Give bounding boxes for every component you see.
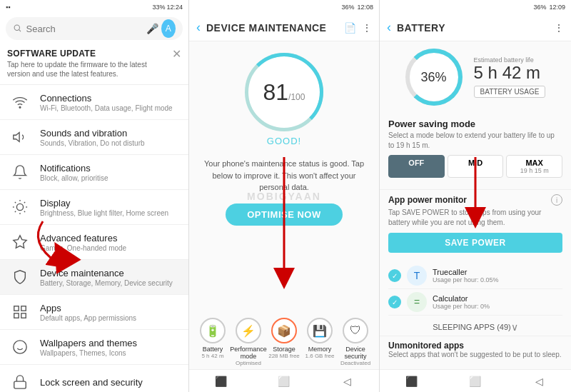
maint-storage[interactable]: 📦 Storage 228 MB free — [268, 318, 300, 366]
document-icon[interactable]: 📄 — [344, 22, 356, 34]
truecaller-info: Truecaller Usage per hour: 0.05% — [433, 268, 562, 283]
close-button[interactable]: ✕ — [172, 47, 181, 61]
status-bar-right-1: 33% 12:24 — [152, 4, 183, 11]
search-input[interactable] — [26, 24, 146, 34]
unmonitored-title: Unmonitored apps — [388, 341, 562, 351]
nav-home-3[interactable]: ⬜ — [467, 373, 484, 390]
advanced-title: Advanced features — [40, 233, 180, 243]
settings-item-apps[interactable]: Apps Default apps, App permissions — [0, 295, 188, 330]
truecaller-icon: T — [407, 266, 427, 286]
sounds-subtitle: Sounds, Vibration, Do not disturb — [40, 139, 180, 147]
settings-panel: ▪▪ 33% 12:24 🎤 A SOFTWARE UPDATE Tap her… — [0, 0, 189, 392]
svg-line-12 — [24, 202, 25, 203]
connections-text: Connections Wi-Fi, Bluetooth, Data usage… — [40, 93, 180, 112]
advanced-icon — [9, 231, 31, 253]
back-button[interactable]: ‹ — [196, 20, 201, 35]
mic-icon[interactable]: 🎤 — [146, 21, 158, 36]
calculator-usage: Usage per hour: 0% — [433, 303, 562, 310]
battery-percentage: 36% — [421, 70, 447, 85]
notifications-icon — [9, 161, 31, 184]
apps-subtitle: Default apps, App permissions — [40, 314, 180, 322]
battery-label: Battery — [203, 346, 223, 353]
time-2: 12:08 — [357, 4, 373, 11]
maint-performance[interactable]: ⚡ Performance mode Optimised — [233, 318, 264, 366]
nav-recent-2[interactable]: ◁ — [339, 373, 356, 390]
settings-item-display[interactable]: Display Brightness, Blue light filter, H… — [0, 190, 188, 225]
settings-item-sounds[interactable]: Sounds and vibration Sounds, Vibration, … — [0, 120, 188, 155]
nav-home-2[interactable]: ⬜ — [276, 373, 293, 390]
software-update-banner[interactable]: SOFTWARE UPDATE Tap here to update the f… — [0, 43, 188, 85]
score-area: 81 /100 GOOD! — [189, 41, 379, 152]
power-mode-off[interactable]: OFF — [388, 155, 445, 178]
battery-panel: 36% 12:09 ‹ BATTERY ⋮ 36% Estimated batt… — [380, 0, 571, 392]
settings-item-maintenance[interactable]: Device maintenance Battery, Storage, Mem… — [0, 260, 188, 295]
battery-panel-icons: ⋮ — [554, 22, 564, 34]
lockscreen-icon — [9, 371, 31, 392]
performance-sub: Optimised — [236, 360, 261, 366]
avatar[interactable]: A — [161, 19, 176, 38]
svg-line-11 — [15, 211, 16, 212]
app-power-desc: Tap SAVE POWER to stop apps from using y… — [388, 208, 562, 228]
advanced-subtitle: Games, One-handed mode — [40, 244, 180, 252]
signal-3: 36% — [533, 4, 546, 11]
power-saving-section: Power saving mode Select a mode below to… — [380, 113, 571, 189]
nav-back-3[interactable]: ⬛ — [403, 373, 420, 390]
settings-item-lockscreen[interactable]: Lock screen and security — [0, 365, 188, 392]
advanced-text: Advanced features Games, One-handed mode — [40, 233, 180, 252]
save-power-button[interactable]: SAVE POWER — [388, 233, 562, 253]
calculator-name: Calculator — [433, 294, 562, 303]
connections-icon — [9, 91, 31, 114]
software-update-title: SOFTWARE UPDATE — [7, 49, 168, 59]
maint-memory[interactable]: 💾 Memory 1.6 GB free — [304, 318, 335, 366]
wallpapers-subtitle: Wallpapers, Themes, Icons — [40, 349, 180, 357]
settings-item-advanced[interactable]: Advanced features Games, One-handed mode — [0, 225, 188, 260]
status-bar-3: 36% 12:09 — [380, 0, 571, 14]
memory-label: Memory — [308, 346, 332, 353]
display-title: Display — [40, 198, 180, 208]
lockscreen-title: Lock screen and security — [40, 377, 180, 388]
display-icon — [9, 196, 31, 218]
search-bar[interactable]: 🎤 A — [6, 17, 183, 40]
battery-usage-button[interactable]: BATTERY USAGE — [474, 86, 546, 98]
battery-sub: 5 h 42 m — [201, 353, 223, 359]
status-icons-1: ▪▪ — [6, 4, 10, 11]
software-update-desc: Tap here to update the firmware to the l… — [7, 60, 168, 79]
nav-back-2[interactable]: ⬛ — [212, 373, 229, 390]
settings-item-connections[interactable]: Connections Wi-Fi, Bluetooth, Data usage… — [0, 85, 188, 120]
security-sub: Deactivated — [340, 360, 370, 366]
settings-item-wallpapers[interactable]: Wallpapers and themes Wallpapers, Themes… — [0, 330, 188, 365]
more-icon[interactable]: ⋮ — [362, 22, 372, 34]
calculator-check: ✓ — [388, 296, 401, 308]
unmonitored-desc: Select apps that won't be suggested to b… — [388, 351, 562, 358]
sleeping-apps-row[interactable]: SLEEPING APPS (49) ∨ — [380, 318, 571, 336]
svg-point-4 — [16, 203, 23, 210]
settings-item-notifications[interactable]: Notifications Block, allow, prioritise — [0, 155, 188, 190]
nav-recent-3[interactable]: ◁ — [530, 373, 547, 390]
security-label: Device security — [340, 346, 371, 360]
performance-label: Performance mode — [230, 346, 267, 360]
svg-line-7 — [15, 202, 16, 203]
maintenance-title-bar: ‹ DEVICE MAINTENANCE 📄 ⋮ — [189, 14, 379, 41]
battery-back-button[interactable]: ‹ — [387, 20, 391, 35]
power-mode-mid[interactable]: MID — [448, 155, 504, 178]
power-mode-off-label: OFF — [392, 159, 441, 167]
battery-time-info: Estimated battery life 5 h 42 m BATTERY … — [474, 56, 546, 97]
score-number: 81 — [263, 81, 289, 104]
svg-line-1 — [19, 30, 21, 31]
power-mode-max[interactable]: MAX 19 h 15 m — [506, 155, 562, 178]
performance-icon-circle: ⚡ — [236, 318, 261, 343]
optimise-button[interactable]: OPTIMISE NOW — [226, 203, 343, 226]
app-list-item-truecaller[interactable]: ✓ T Truecaller Usage per hour: 0.05% — [388, 263, 562, 289]
battery-info-row: 36% Estimated battery life 5 h 42 m BATT… — [380, 41, 571, 113]
battery-more-icon[interactable]: ⋮ — [554, 22, 564, 34]
maint-battery[interactable]: 🔋 Battery 5 h 42 m — [197, 318, 228, 366]
maintenance-desc: Your phone's maintenance status is good.… — [189, 152, 379, 199]
info-icon[interactable]: i — [551, 194, 562, 206]
time-3: 12:09 — [549, 4, 565, 11]
app-list: ✓ T Truecaller Usage per hour: 0.05% ✓ =… — [380, 260, 571, 318]
svg-point-18 — [14, 341, 26, 353]
app-list-item-calculator[interactable]: ✓ = Calculator Usage per hour: 0% — [388, 289, 562, 316]
nav-bar-3: ⬛ ⬜ ◁ — [380, 369, 571, 392]
power-saving-desc: Select a mode below to extend your batte… — [388, 131, 562, 151]
maint-security[interactable]: 🛡 Device security Deactivated — [340, 318, 371, 366]
